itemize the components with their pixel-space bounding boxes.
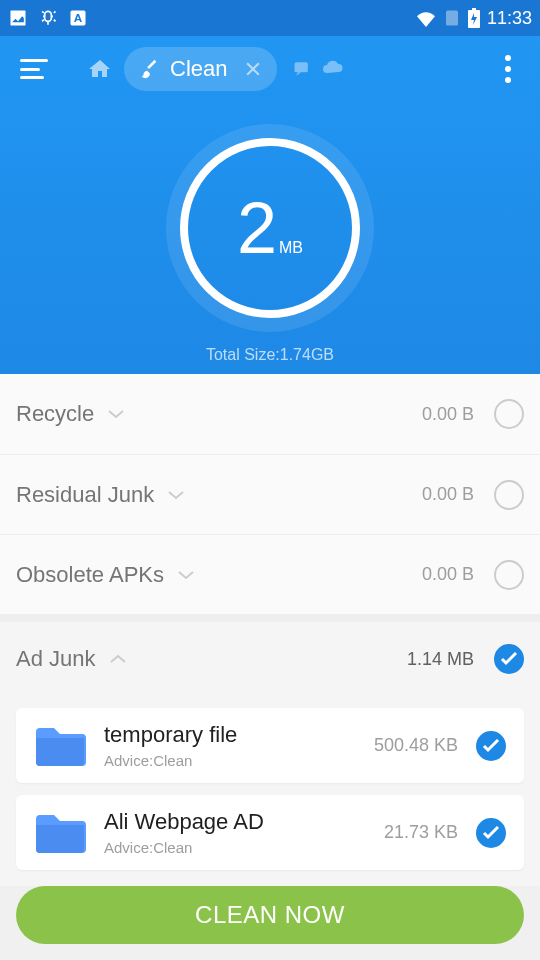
- image-icon: [8, 8, 28, 28]
- wifi-icon: [415, 9, 437, 27]
- folder-icon: [34, 724, 86, 768]
- category-obsolete-apks[interactable]: Obsolete APKs 0.00 B: [0, 534, 540, 614]
- file-card[interactable]: temporary file Advice:Clean 500.48 KB: [16, 708, 524, 783]
- file-size: 21.73 KB: [384, 822, 458, 843]
- category-checkbox[interactable]: [494, 399, 524, 429]
- a-icon: A: [68, 8, 88, 28]
- category-label: Recycle: [16, 401, 94, 427]
- category-size: 1.14 MB: [407, 649, 474, 670]
- category-label: Ad Junk: [16, 646, 96, 672]
- status-time: 11:33: [487, 8, 532, 29]
- category-list: Recycle 0.00 B Residual Junk 0.00 B Obso…: [0, 374, 540, 886]
- category-ad-junk[interactable]: Ad Junk 1.14 MB: [0, 622, 540, 696]
- chat-icon[interactable]: [291, 59, 313, 79]
- header-area: Clean 2MB Total Size:1.74GB: [0, 36, 540, 374]
- menu-button[interactable]: [12, 47, 56, 91]
- file-advice: Advice:Clean: [104, 752, 374, 769]
- brush-icon: [138, 58, 160, 80]
- bug-icon: [38, 8, 58, 28]
- category-label: Obsolete APKs: [16, 562, 164, 588]
- clean-now-button[interactable]: CLEAN NOW: [16, 886, 524, 944]
- category-label: Residual Junk: [16, 482, 154, 508]
- svg-rect-6: [295, 62, 308, 72]
- category-checkbox[interactable]: [494, 560, 524, 590]
- file-advice: Advice:Clean: [104, 839, 384, 856]
- battery-icon: [467, 8, 481, 28]
- file-size: 500.48 KB: [374, 735, 458, 756]
- category-size: 0.00 B: [422, 564, 474, 585]
- total-size-label: Total Size:1.74GB: [180, 346, 360, 364]
- summary-unit: MB: [279, 239, 303, 256]
- file-card[interactable]: Ali Webpage AD Advice:Clean 21.73 KB: [16, 795, 524, 870]
- file-checkbox[interactable]: [476, 818, 506, 848]
- summary-circle: 2MB Total Size:1.74GB: [180, 138, 360, 364]
- category-size: 0.00 B: [422, 404, 474, 425]
- folder-icon: [34, 811, 86, 855]
- svg-rect-3: [446, 11, 458, 26]
- category-checkbox[interactable]: [494, 480, 524, 510]
- file-name: Ali Webpage AD: [104, 809, 384, 835]
- category-size: 0.00 B: [422, 484, 474, 505]
- close-icon[interactable]: [243, 59, 263, 79]
- category-recycle[interactable]: Recycle 0.00 B: [0, 374, 540, 454]
- chevron-down-icon: [176, 569, 196, 581]
- chevron-up-icon: [108, 653, 128, 665]
- top-bar: Clean: [0, 36, 540, 102]
- category-checkbox[interactable]: [494, 644, 524, 674]
- chevron-down-icon: [106, 408, 126, 420]
- category-residual-junk[interactable]: Residual Junk 0.00 B: [0, 454, 540, 534]
- file-checkbox[interactable]: [476, 731, 506, 761]
- chevron-down-icon: [166, 489, 186, 501]
- summary-value: 2: [237, 188, 277, 268]
- more-button[interactable]: [488, 55, 528, 83]
- status-bar: A 11:33: [0, 0, 540, 36]
- home-icon[interactable]: [88, 57, 112, 81]
- file-name: temporary file: [104, 722, 374, 748]
- tab-label: Clean: [170, 56, 227, 82]
- cloud-icon[interactable]: [321, 59, 345, 77]
- tab-clean[interactable]: Clean: [124, 47, 277, 91]
- svg-text:A: A: [74, 11, 83, 24]
- sim-icon: [443, 9, 461, 27]
- svg-rect-5: [472, 8, 476, 11]
